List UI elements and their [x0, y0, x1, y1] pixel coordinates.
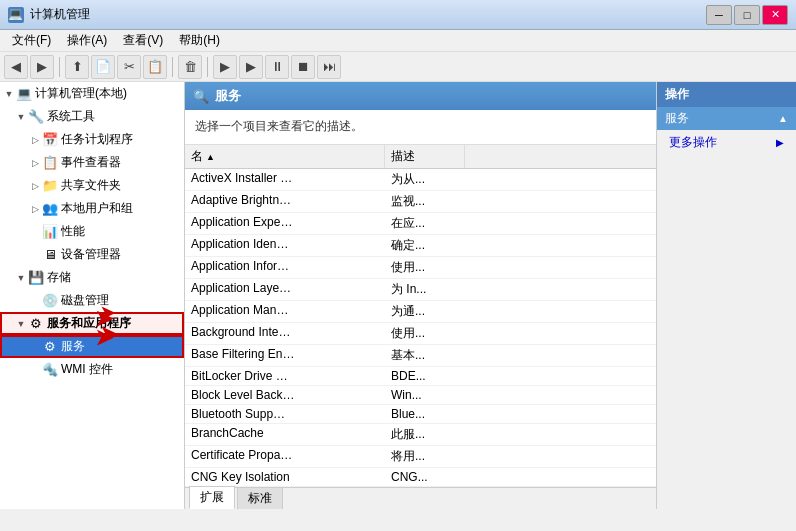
tree-node-tasks[interactable]: ▷ 📅 任务计划程序 — [0, 128, 184, 151]
tree-node-perf[interactable]: 📊 性能 — [0, 220, 184, 243]
expand-tasks[interactable]: ▷ — [28, 133, 42, 147]
service-row[interactable]: Application Infor… 使用... — [185, 257, 656, 279]
paste-button[interactable]: 📋 — [143, 55, 167, 79]
col-label-name: 名 — [191, 148, 203, 165]
service-row[interactable]: CNG Key Isolation CNG... — [185, 468, 656, 487]
tree-label-services: 服务 — [61, 338, 85, 355]
service-row[interactable]: Certificate Propa… 将用... — [185, 446, 656, 468]
service-row[interactable]: BitLocker Drive … BDE... — [185, 367, 656, 386]
copy-button[interactable]: ✂ — [117, 55, 141, 79]
tree-node-events[interactable]: ▷ 📋 事件查看器 — [0, 151, 184, 174]
col-header-desc[interactable]: 描述 — [385, 145, 465, 168]
right-panel: 操作 服务 ▲ 更多操作 ▶ — [656, 82, 796, 509]
expand-localusers[interactable]: ▷ — [28, 202, 42, 216]
service-row[interactable]: Background Inte… 使用... — [185, 323, 656, 345]
service-desc: CNG... — [385, 468, 465, 486]
services-header-title: 服务 — [215, 87, 241, 105]
wmi-icon: 🔩 — [42, 362, 58, 378]
tree-node-services-apps[interactable]: ▼ ⚙ 服务和应用程序 — [0, 312, 184, 335]
action-collapse-icon[interactable]: ▲ — [778, 113, 788, 124]
minimize-button[interactable]: ─ — [706, 5, 732, 25]
tab-standard[interactable]: 标准 — [237, 487, 283, 509]
back-button[interactable]: ◀ — [4, 55, 28, 79]
toolbar: ◀ ▶ ⬆ 📄 ✂ 📋 🗑 ▶ ▶ ⏸ ⏹ ⏭ — [0, 52, 796, 82]
services-header-bar: 🔍 服务 — [185, 82, 656, 110]
maximize-button[interactable]: □ — [734, 5, 760, 25]
expand-events[interactable]: ▷ — [28, 156, 42, 170]
expand-devmgr[interactable] — [28, 248, 42, 262]
restart-button[interactable]: ⏭ — [317, 55, 341, 79]
up-button[interactable]: ⬆ — [65, 55, 89, 79]
tree-label-localusers: 本地用户和组 — [61, 200, 133, 217]
play-button[interactable]: ▶ — [213, 55, 237, 79]
pause-button[interactable]: ⏸ — [265, 55, 289, 79]
service-desc: 为 In... — [385, 279, 465, 300]
tab-extended[interactable]: 扩展 — [189, 486, 235, 509]
expand-diskmgr[interactable] — [28, 294, 42, 308]
service-name: ActiveX Installer … — [185, 169, 385, 190]
service-row[interactable]: Application Expe… 在应... — [185, 213, 656, 235]
toolbar-separator-2 — [172, 57, 173, 77]
tree-node-diskmgr[interactable]: 💿 磁盘管理 — [0, 289, 184, 312]
expand-wmi[interactable] — [28, 363, 42, 377]
sort-icon-name: ▲ — [206, 152, 215, 162]
expand-perf[interactable] — [28, 225, 42, 239]
action-item-more[interactable]: 更多操作 ▶ — [657, 130, 796, 155]
forward-button[interactable]: ▶ — [30, 55, 54, 79]
localusers-icon: 👥 — [42, 201, 58, 217]
menu-file[interactable]: 文件(F) — [4, 30, 59, 51]
tree-node-storage[interactable]: ▼ 💾 存储 — [0, 266, 184, 289]
tree-node-root[interactable]: ▼ 💻 计算机管理(本地) — [0, 82, 184, 105]
menu-action[interactable]: 操作(A) — [59, 30, 115, 51]
title-bar-left: 💻 计算机管理 — [8, 6, 90, 23]
tree-node-shared[interactable]: ▷ 📁 共享文件夹 — [0, 174, 184, 197]
center-panel: 🔍 服务 选择一个项目来查看它的描述。 名 ▲ 描述 ActiveX Insta… — [185, 82, 656, 509]
stop-button[interactable]: ⏹ — [291, 55, 315, 79]
expand-services[interactable] — [28, 340, 42, 354]
service-desc: 在应... — [385, 213, 465, 234]
services-list[interactable]: ActiveX Installer … 为从... Adaptive Brigh… — [185, 169, 656, 487]
shared-icon: 📁 — [42, 178, 58, 194]
play2-button[interactable]: ▶ — [239, 55, 263, 79]
window-controls: ─ □ ✕ — [706, 5, 788, 25]
service-row[interactable]: Application Laye… 为 In... — [185, 279, 656, 301]
col-scroll — [465, 145, 481, 168]
service-name: Application Man… — [185, 301, 385, 322]
tree-node-localusers[interactable]: ▷ 👥 本地用户和组 — [0, 197, 184, 220]
tree-node-wmi[interactable]: 🔩 WMI 控件 — [0, 358, 184, 381]
menu-help[interactable]: 帮助(H) — [171, 30, 228, 51]
expand-storage[interactable]: ▼ — [14, 271, 28, 285]
service-row[interactable]: Bluetooth Supp… Blue... — [185, 405, 656, 424]
service-row[interactable]: Adaptive Brightn… 监视... — [185, 191, 656, 213]
tree-label-devmgr: 设备管理器 — [61, 246, 121, 263]
tasks-icon: 📅 — [42, 132, 58, 148]
service-name: Background Inte… — [185, 323, 385, 344]
show-hide-button[interactable]: 📄 — [91, 55, 115, 79]
expand-system[interactable]: ▼ — [14, 110, 28, 124]
tree-node-system[interactable]: ▼ 🔧 系统工具 — [0, 105, 184, 128]
expand-shared[interactable]: ▷ — [28, 179, 42, 193]
service-desc: Blue... — [385, 405, 465, 423]
service-desc: BDE... — [385, 367, 465, 385]
service-name: Application Infor… — [185, 257, 385, 278]
close-button[interactable]: ✕ — [762, 5, 788, 25]
service-desc: 确定... — [385, 235, 465, 256]
tree-node-devmgr[interactable]: 🖥 设备管理器 — [0, 243, 184, 266]
service-row[interactable]: Application Iden… 确定... — [185, 235, 656, 257]
service-row[interactable]: BranchCache 此服... — [185, 424, 656, 446]
window-title: 计算机管理 — [30, 6, 90, 23]
service-row[interactable]: ActiveX Installer … 为从... — [185, 169, 656, 191]
table-header: 名 ▲ 描述 — [185, 145, 656, 169]
expand-services-apps[interactable]: ▼ — [14, 317, 28, 331]
tree-node-services[interactable]: ⚙ 服务 — [0, 335, 184, 358]
service-row[interactable]: Base Filtering En… 基本... — [185, 345, 656, 367]
col-header-name[interactable]: 名 ▲ — [185, 145, 385, 168]
service-row-block-level[interactable]: Block Level Back… Win... — [185, 386, 656, 405]
action-item-label: 更多操作 — [669, 134, 717, 151]
menu-view[interactable]: 查看(V) — [115, 30, 171, 51]
service-row[interactable]: Application Man… 为通... — [185, 301, 656, 323]
expand-root[interactable]: ▼ — [2, 87, 16, 101]
title-bar: 💻 计算机管理 ─ □ ✕ — [0, 0, 796, 30]
properties-button[interactable]: 🗑 — [178, 55, 202, 79]
service-name-block-level: Block Level Back… — [185, 386, 385, 404]
